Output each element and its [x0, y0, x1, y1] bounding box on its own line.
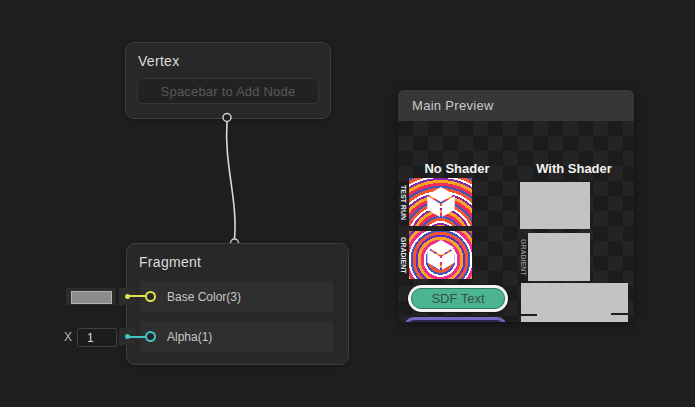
alpha-value-field[interactable]: 1 [77, 328, 117, 347]
fragment-node-title: Fragment [139, 254, 201, 270]
add-node-placeholder[interactable]: Spacebar to Add Node [137, 78, 319, 104]
texture-preview-1 [409, 178, 472, 226]
alpha-value: 1 [87, 331, 94, 345]
alpha-label: Alpha(1) [167, 330, 212, 344]
base-color-swatch[interactable] [71, 291, 112, 304]
gray-notch-right [611, 313, 628, 315]
texture-label-gradient: GRADIENT [399, 231, 408, 279]
texture-preview-2 [409, 231, 472, 279]
base-color-port-icon[interactable] [145, 291, 156, 302]
unity-cube-icon [423, 237, 459, 273]
fragment-row-base-color: Base Color(3) [140, 281, 333, 312]
gray-notch-left [521, 314, 537, 316]
base-color-link-line [129, 295, 145, 297]
fragment-node[interactable]: Fragment Base Color(3) Alpha(1) [126, 243, 349, 365]
shader-preview-gray-2 [528, 233, 590, 281]
add-node-placeholder-label: Spacebar to Add Node [161, 84, 296, 99]
unity-cube-icon [423, 184, 459, 220]
sdf-text-button-preview: SDF Text [408, 285, 508, 312]
alpha-x-label: X [64, 330, 72, 344]
vertex-node-title: Vertex [138, 53, 180, 69]
base-color-label: Base Color(3) [167, 290, 241, 304]
vertex-node[interactable]: Vertex Spacebar to Add Node [125, 42, 331, 119]
main-preview-panel: Main Preview No Shader With Shader TEST … [398, 90, 634, 322]
fragment-row-alpha: Alpha(1) [140, 321, 333, 352]
bitmap-text-button-preview: Bitmap Text [404, 317, 507, 322]
shader-preview-gray-1 [520, 182, 590, 229]
vertex-fragment-edge[interactable] [227, 122, 235, 240]
base-color-connector [119, 288, 136, 305]
alpha-link-line [129, 336, 145, 338]
main-preview-body: No Shader With Shader TEST RUN GRADIENT … [398, 121, 634, 322]
shader-label-gradient: GRADIENT [519, 233, 528, 281]
base-color-swatch-wrap [66, 288, 116, 305]
sdf-text-label: SDF Text [431, 291, 484, 306]
texture-label-test-run: TEST RUN [399, 178, 408, 226]
main-preview-header[interactable]: Main Preview [398, 90, 634, 121]
sdf-text-button-inner: SDF Text [411, 288, 505, 309]
shader-preview-gray-text [521, 283, 628, 322]
column-header-with-shader: With Shader [524, 161, 624, 176]
main-preview-title: Main Preview [412, 98, 494, 113]
column-header-no-shader: No Shader [412, 161, 502, 176]
alpha-port-icon[interactable] [145, 331, 156, 342]
